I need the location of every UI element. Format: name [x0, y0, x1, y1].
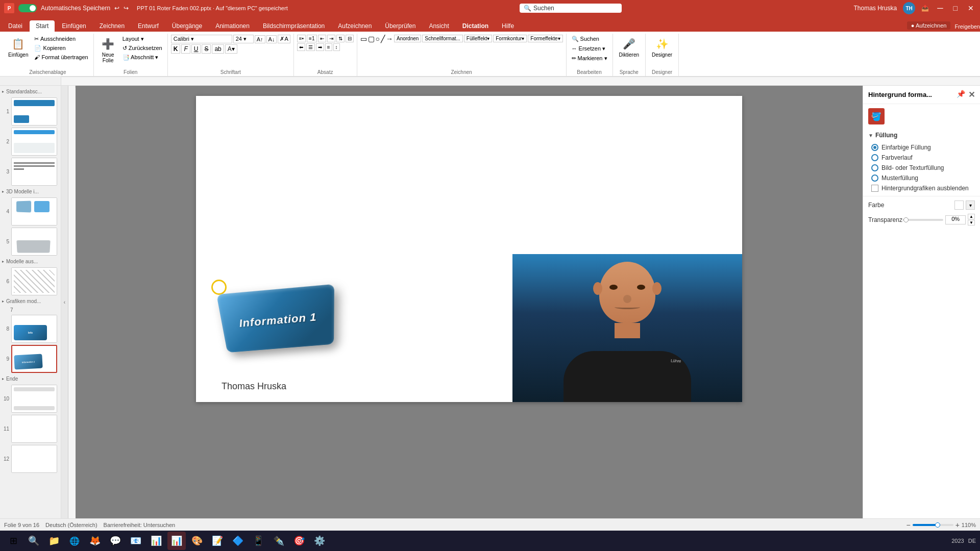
align-right-btn[interactable]: ➡ [316, 43, 324, 51]
section-modelle[interactable]: Modelle aus... [2, 258, 59, 265]
taskbar-start[interactable]: ⊞ [4, 532, 22, 550]
btn-designer[interactable]: ✨ Designer [649, 35, 675, 59]
line-spacing-btn[interactable]: ↕ [333, 43, 340, 51]
text-direction-btn[interactable]: ⇅ [336, 35, 345, 42]
color-swatch[interactable] [954, 201, 964, 210]
slide-thumb-3[interactable] [11, 158, 57, 186]
btn-format-uebertragen[interactable]: 🖌 Format übertragen [32, 53, 90, 61]
column-btn[interactable]: ⊟ [346, 35, 354, 42]
taskbar-edge[interactable]: 🌐 [65, 532, 84, 550]
taskbar-phone[interactable]: 📱 [249, 532, 267, 550]
align-center-btn[interactable]: ☰ [306, 43, 315, 51]
window-minimize[interactable]: ─ [935, 4, 945, 13]
taskbar-settings[interactable]: ⚙️ [310, 532, 329, 550]
formeffekte-btn[interactable]: Formeffekte▾ [528, 35, 562, 42]
strikethrough-btn[interactable]: S [202, 44, 211, 54]
panel-close-btn[interactable]: ✕ [968, 90, 975, 99]
transparenz-input[interactable]: 0% [945, 215, 966, 224]
list-ordered-btn[interactable]: ≡1 [307, 35, 316, 42]
slide-thumb-11[interactable] [11, 415, 57, 443]
color-dropdown-btn[interactable]: ▾ [966, 201, 975, 210]
taskbar-teams[interactable]: 💬 [106, 532, 125, 550]
radio-einfarbig-btn[interactable] [871, 144, 878, 151]
btn-zuruecksetzen[interactable]: ↺ Zurücksetzen [120, 44, 164, 53]
autosave-toggle[interactable] [18, 4, 37, 12]
tab-bildschirm[interactable]: Bildschirmpräsentation [257, 20, 331, 32]
toolbar-undo-icon[interactable]: ↩ [114, 5, 119, 12]
tab-einfuegen[interactable]: Einfügen [56, 20, 92, 32]
zoom-out-btn[interactable]: − [906, 521, 910, 529]
freigeben-btn[interactable]: Freigeben [954, 23, 980, 30]
checkbox-hintergrund[interactable]: Hintergrundgrafiken ausblenden [871, 185, 972, 192]
fuellung-section[interactable]: ▼ Füllung [863, 129, 980, 142]
bold-btn[interactable]: K [171, 44, 181, 54]
tab-entwurf[interactable]: Entwurf [132, 20, 165, 32]
btn-abschnitt[interactable]: 📑 Abschnitt ▾ [120, 53, 164, 62]
radio-einfarbig[interactable]: Einfarbige Füllung [871, 144, 972, 151]
taskbar-notes[interactable]: 📝 [208, 532, 227, 550]
section-grafiken[interactable]: Grafiken mod... [2, 297, 59, 305]
shape-circle[interactable]: ○ [376, 35, 380, 43]
slide-thumb-6[interactable] [11, 267, 57, 295]
justify-btn[interactable]: ≡ [325, 43, 332, 51]
slide-thumb-10[interactable] [11, 385, 57, 413]
indent-less-btn[interactable]: ⇤ [318, 35, 326, 42]
tab-datei[interactable]: Datei [2, 20, 29, 32]
slider-thumb[interactable] [903, 217, 909, 222]
schnellformatvorlagen-btn[interactable]: Schnellformat... [422, 35, 462, 42]
radio-bild-btn[interactable] [871, 164, 878, 171]
formkontur-btn[interactable]: Formkontur▾ [493, 35, 527, 42]
font-size-selector[interactable]: 24 ▾ [233, 35, 254, 43]
shape-line[interactable]: ╱ [381, 35, 385, 43]
radio-farbverlauf[interactable]: Farbverlauf [871, 154, 972, 161]
slide-thumb-12[interactable] [11, 445, 57, 473]
slide-thumb-9[interactable]: Information 1 [11, 345, 57, 373]
taskbar-onenote[interactable]: ✒️ [270, 532, 288, 550]
tab-start[interactable]: Start [30, 20, 55, 32]
panel-pin-btn[interactable]: 📌 [957, 90, 965, 99]
btn-ausschneiden[interactable]: ✂ Ausschneiden [32, 35, 90, 43]
radio-muster-btn[interactable] [871, 174, 878, 182]
slide-canvas[interactable]: Information 1 Thomas Hruska [196, 96, 742, 402]
checkbox-hintergrund-btn[interactable] [871, 185, 878, 192]
tab-uebergaenge[interactable]: Übergänge [166, 20, 208, 32]
transparenz-down-btn[interactable]: ▼ [968, 220, 975, 226]
taskbar-search[interactable]: 🔍 [24, 532, 43, 550]
zoom-slider[interactable] [913, 524, 953, 526]
indent-more-btn[interactable]: ⇥ [327, 35, 335, 42]
tab-dictation[interactable]: Dictation [456, 20, 495, 32]
font-decrease-btn[interactable]: A↓ [266, 35, 277, 43]
slide-thumb-1[interactable] [11, 97, 57, 126]
btn-markieren[interactable]: ✏ Markieren ▾ [570, 54, 609, 63]
shape-rect[interactable]: ▭ [360, 35, 367, 43]
record-btn[interactable]: ● Aufzeichnen [907, 21, 951, 30]
font-selector[interactable]: Calibri ▾ [171, 35, 232, 43]
fontcolor-btn[interactable]: A▾ [225, 44, 237, 54]
taskbar-store[interactable]: 🎯 [290, 532, 308, 550]
section-standard[interactable]: Standardabsc... [2, 88, 59, 95]
tab-zeichnen[interactable]: Zeichnen [93, 20, 131, 32]
underline-btn[interactable]: U [191, 44, 201, 54]
btn-ersetzen[interactable]: ↔ Ersetzen ▾ [570, 44, 608, 53]
language-info[interactable]: Deutsch (Österreich) [45, 522, 97, 528]
btn-neue-folie[interactable]: ➕ NeueFolie [97, 35, 119, 64]
taskbar-excel[interactable]: 📊 [147, 532, 165, 550]
btn-einfuegen[interactable]: 📋 Einfügen [5, 35, 31, 59]
radio-farbverlauf-btn[interactable] [871, 154, 878, 161]
taskbar-paint[interactable]: 🎨 [188, 532, 206, 550]
radio-muster[interactable]: Musterfüllung [871, 174, 972, 182]
info-button-3d[interactable]: Information 1 [222, 290, 334, 361]
slide-thumb-5[interactable] [11, 228, 57, 256]
accessibility-info[interactable]: Barrierefreiheit: Untersuchen [104, 522, 176, 528]
font-increase-btn[interactable]: A↑ [255, 35, 265, 43]
list-unordered-btn[interactable]: ≡• [297, 35, 306, 42]
slide-thumb-4[interactable] [11, 197, 57, 226]
shape-roundrect[interactable]: ▢ [368, 35, 375, 43]
taskbar-firefox[interactable]: 🦊 [86, 532, 104, 550]
btn-suchen[interactable]: 🔍 Suchen [570, 35, 601, 43]
btn-layout[interactable]: Layout ▾ [120, 35, 164, 43]
taskbar-outlook[interactable]: 📧 [127, 532, 145, 550]
tab-aufzeichnen[interactable]: Aufzeichnen [332, 20, 378, 32]
transparenz-up-btn[interactable]: ▲ [968, 214, 975, 219]
slide-thumb-8[interactable]: Info [11, 315, 57, 343]
